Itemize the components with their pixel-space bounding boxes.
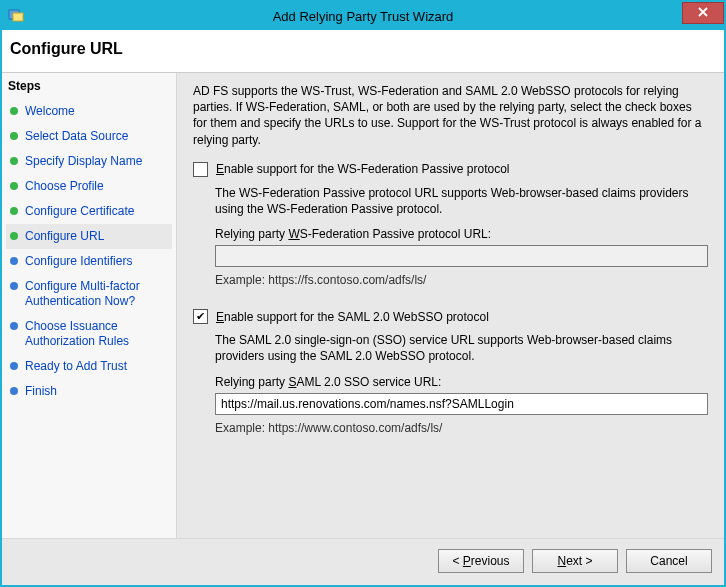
- next-button[interactable]: Next >: [532, 549, 618, 573]
- page-title: Configure URL: [10, 40, 716, 58]
- content-pane: AD FS supports the WS-Trust, WS-Federati…: [177, 73, 724, 538]
- wsfed-checkbox-label[interactable]: EEnable support for the WS-Federation Pa…: [216, 162, 510, 176]
- close-button[interactable]: [682, 2, 724, 24]
- saml-description: The SAML 2.0 single-sign-on (SSO) servic…: [215, 332, 708, 364]
- previous-button[interactable]: < Previous: [438, 549, 524, 573]
- step-label: Finish: [25, 384, 57, 399]
- titlebar: Add Relying Party Trust Wizard: [2, 2, 724, 30]
- step-label: Choose Profile: [25, 179, 104, 194]
- step-item[interactable]: Configure Identifiers: [6, 249, 172, 274]
- step-bullet-icon: [10, 132, 18, 140]
- steps-pane: Steps WelcomeSelect Data SourceSpecify D…: [2, 73, 177, 538]
- step-bullet-icon: [10, 257, 18, 265]
- step-label: Select Data Source: [25, 129, 128, 144]
- body: Steps WelcomeSelect Data SourceSpecify D…: [2, 73, 724, 538]
- step-label: Specify Display Name: [25, 154, 142, 169]
- step-item[interactable]: Configure Certificate: [6, 199, 172, 224]
- step-label: Welcome: [25, 104, 75, 119]
- wsfed-description: The WS-Federation Passive protocol URL s…: [215, 185, 708, 217]
- step-label: Choose Issuance Authorization Rules: [25, 319, 170, 349]
- steps-heading: Steps: [6, 77, 172, 99]
- close-icon: [698, 6, 708, 20]
- saml-section: ✔ EEnable support for the SAML 2.0 WebSS…: [193, 309, 708, 434]
- step-item[interactable]: Finish: [6, 379, 172, 404]
- step-bullet-icon: [10, 182, 18, 190]
- app-icon: [8, 7, 24, 23]
- step-bullet-icon: [10, 387, 18, 395]
- step-label: Configure Multi-factor Authentication No…: [25, 279, 170, 309]
- page-header: Configure URL: [2, 30, 724, 73]
- svg-rect-1: [13, 13, 23, 21]
- saml-url-label: Relying party SAML 2.0 SSO service URL:: [215, 375, 708, 389]
- step-bullet-icon: [10, 322, 18, 330]
- step-bullet-icon: [10, 232, 18, 240]
- saml-checkbox-label[interactable]: EEnable support for the SAML 2.0 WebSSO …: [216, 310, 489, 324]
- step-item[interactable]: Choose Profile: [6, 174, 172, 199]
- step-bullet-icon: [10, 282, 18, 290]
- step-label: Ready to Add Trust: [25, 359, 127, 374]
- step-item[interactable]: Configure URL: [6, 224, 172, 249]
- wsfed-checkbox[interactable]: [193, 162, 208, 177]
- step-item[interactable]: Ready to Add Trust: [6, 354, 172, 379]
- saml-url-input[interactable]: [215, 393, 708, 415]
- cancel-button[interactable]: Cancel: [626, 549, 712, 573]
- wizard-window: Add Relying Party Trust Wizard Configure…: [0, 0, 726, 587]
- saml-checkbox[interactable]: ✔: [193, 309, 208, 324]
- steps-list: WelcomeSelect Data SourceSpecify Display…: [6, 99, 172, 404]
- wsfed-example: Example: https://fs.contoso.com/adfs/ls/: [215, 273, 708, 287]
- saml-example: Example: https://www.contoso.com/adfs/ls…: [215, 421, 708, 435]
- step-item[interactable]: Configure Multi-factor Authentication No…: [6, 274, 172, 314]
- wsfed-url-input[interactable]: [215, 245, 708, 267]
- step-label: Configure URL: [25, 229, 104, 244]
- step-item[interactable]: Specify Display Name: [6, 149, 172, 174]
- wsfed-section: EEnable support for the WS-Federation Pa…: [193, 162, 708, 287]
- wsfed-url-label: Relying party WS-Federation Passive prot…: [215, 227, 708, 241]
- step-bullet-icon: [10, 107, 18, 115]
- step-label: Configure Certificate: [25, 204, 134, 219]
- step-bullet-icon: [10, 157, 18, 165]
- intro-text: AD FS supports the WS-Trust, WS-Federati…: [193, 83, 708, 148]
- step-bullet-icon: [10, 207, 18, 215]
- step-label: Configure Identifiers: [25, 254, 132, 269]
- step-bullet-icon: [10, 362, 18, 370]
- step-item[interactable]: Welcome: [6, 99, 172, 124]
- step-item[interactable]: Choose Issuance Authorization Rules: [6, 314, 172, 354]
- step-item[interactable]: Select Data Source: [6, 124, 172, 149]
- window-title: Add Relying Party Trust Wizard: [273, 9, 454, 24]
- footer: < Previous Next > Cancel: [2, 538, 724, 585]
